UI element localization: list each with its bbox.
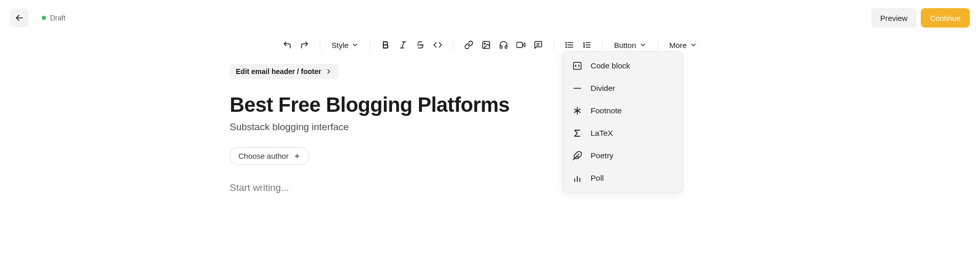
back-button[interactable] <box>10 9 29 27</box>
svg-point-6 <box>484 43 485 44</box>
more-dropdown-label: More <box>669 41 687 50</box>
menu-item-label: Poll <box>591 174 604 183</box>
strikethrough-icon <box>416 40 425 50</box>
video-icon <box>517 40 526 50</box>
menu-item-divider[interactable]: Divider <box>563 77 682 100</box>
bullet-list-button[interactable] <box>562 38 577 52</box>
numbered-list-icon <box>582 40 592 50</box>
menu-item-label: LaTeX <box>591 129 613 138</box>
toolbar-divider <box>453 39 454 51</box>
video-button[interactable] <box>514 38 528 52</box>
redo-icon <box>300 40 309 50</box>
continue-button[interactable]: Continue <box>921 8 970 28</box>
undo-button[interactable] <box>280 38 295 52</box>
audio-button[interactable] <box>497 38 511 52</box>
menu-item-label: Code block <box>591 61 630 70</box>
status-dot-icon <box>42 16 46 20</box>
sigma-icon <box>572 128 582 138</box>
bold-button[interactable] <box>379 38 393 52</box>
code-block-icon <box>572 61 582 71</box>
edit-email-header-button[interactable]: Edit email header / footer <box>230 64 338 79</box>
code-icon <box>433 40 443 50</box>
svg-rect-8 <box>517 42 523 48</box>
menu-item-latex[interactable]: LaTeX <box>563 122 682 144</box>
speech-bubble-icon <box>534 40 543 50</box>
divider-icon <box>572 83 582 93</box>
menu-item-poetry[interactable]: Poetry <box>563 144 682 167</box>
strikethrough-button[interactable] <box>413 38 428 52</box>
italic-icon <box>399 40 408 50</box>
numbered-list-button[interactable] <box>580 38 594 52</box>
code-inline-button[interactable] <box>431 38 445 52</box>
bar-chart-icon <box>572 173 582 183</box>
feather-icon <box>572 151 582 161</box>
bold-icon <box>381 40 390 50</box>
toolbar-divider <box>657 39 658 51</box>
headphones-icon <box>499 40 508 50</box>
chevron-down-icon <box>352 41 359 48</box>
link-button[interactable] <box>462 38 476 52</box>
italic-button[interactable] <box>396 38 410 52</box>
arrow-left-icon <box>15 13 24 22</box>
editor-area: Edit email header / footer Best Free Blo… <box>230 64 556 193</box>
asterisk-icon <box>572 106 582 116</box>
redo-button[interactable] <box>298 38 312 52</box>
svg-line-3 <box>402 42 405 48</box>
toolbar-divider <box>320 39 321 51</box>
link-icon <box>464 40 474 50</box>
post-subtitle-input[interactable]: Substack blogging interface <box>230 121 556 133</box>
top-actions: Preview Continue <box>871 8 970 28</box>
svg-rect-20 <box>574 62 581 69</box>
menu-item-label: Footnote <box>591 106 622 115</box>
plus-icon <box>293 153 301 160</box>
svg-point-16 <box>566 47 567 48</box>
top-bar: Draft Preview Continue <box>0 6 980 30</box>
image-button[interactable] <box>479 38 494 52</box>
chevron-down-icon <box>690 41 697 48</box>
image-icon <box>482 40 491 50</box>
svg-point-14 <box>566 42 567 43</box>
menu-item-label: Divider <box>591 84 615 93</box>
edit-email-header-label: Edit email header / footer <box>236 67 321 76</box>
insert-button-label: Button <box>614 41 636 50</box>
status-label: Draft <box>50 14 65 22</box>
toolbar-divider <box>370 39 371 51</box>
preview-button[interactable]: Preview <box>871 8 917 28</box>
more-dropdown-menu: Code block Divider Footnote LaTeX Poetry… <box>562 51 683 193</box>
menu-item-poll[interactable]: Poll <box>563 167 682 189</box>
post-body-input[interactable]: Start writing... <box>230 182 556 193</box>
chevron-down-icon <box>639 41 646 48</box>
comment-button[interactable] <box>531 38 546 52</box>
toolbar-divider <box>554 39 554 51</box>
toolbar-divider <box>602 39 603 51</box>
post-title-input[interactable]: Best Free Blogging Platforms <box>230 93 556 116</box>
svg-marker-7 <box>523 43 525 47</box>
style-dropdown-label: Style <box>332 41 349 50</box>
menu-item-code-block[interactable]: Code block <box>563 55 682 77</box>
menu-item-label: Poetry <box>591 151 614 160</box>
choose-author-label: Choose author <box>238 152 288 160</box>
insert-button-dropdown[interactable]: Button <box>611 38 649 52</box>
bullet-list-icon <box>565 40 574 50</box>
more-dropdown-trigger[interactable]: More <box>666 38 700 52</box>
choose-author-button[interactable]: Choose author <box>230 147 309 165</box>
menu-item-footnote[interactable]: Footnote <box>563 100 682 122</box>
svg-point-15 <box>566 44 567 45</box>
undo-icon <box>283 40 292 50</box>
post-status: Draft <box>42 14 65 22</box>
style-dropdown[interactable]: Style <box>329 38 362 52</box>
chevron-right-icon <box>325 68 332 75</box>
